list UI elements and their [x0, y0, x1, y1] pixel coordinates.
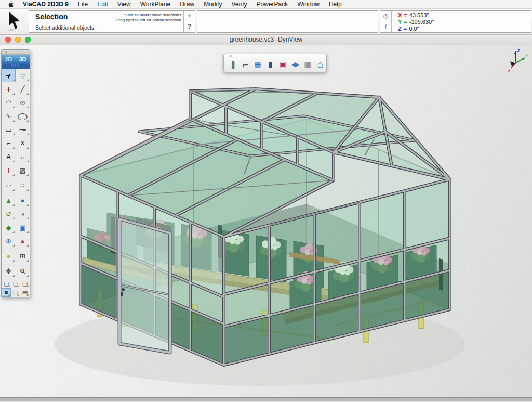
viewport-canvas[interactable]: 2D3D VIA ➤➤+╱◠⊙∿◯▭~⌐✕A↔I▨ ▱∷ ▲●↺◑◆▣⊕▲ ●⊞… — [0, 45, 532, 401]
trim-tool[interactable]: ✕ — [16, 136, 30, 150]
wall-corner-tool[interactable]: ⌐ — [240, 57, 251, 71]
message-panel — [197, 10, 378, 33]
dimension-tool[interactable]: ↔ — [16, 150, 30, 163]
display-hidden-line-mode[interactable]: ▢ — [11, 279, 20, 288]
coordinate-panel: ◎ i X=43.553" Y=-109.630" Z=0.0" — [380, 10, 531, 33]
tool-palette: 2D3D VIA ➤➤+╱◠⊙∿◯▭~⌐✕A↔I▨ ▱∷ ▲●↺◑◆▣⊕▲ ●⊞… — [1, 49, 30, 297]
wall-dimension-tool[interactable]: ▥ — [302, 57, 314, 71]
coordinate-readout: X=43.553" Y=-109.630" Z=0.0" — [392, 11, 434, 32]
window-tool[interactable]: ▦ — [252, 57, 264, 71]
wall-tool[interactable]: ❚ — [227, 57, 239, 71]
greenhouse-door[interactable] — [119, 219, 170, 353]
arc-tool[interactable]: ◠ — [2, 96, 16, 109]
toolbar-drag-handle[interactable] — [229, 55, 232, 57]
curve-tool[interactable]: ∿ — [2, 109, 16, 123]
palette-tools-draw: ➤➤+╱◠⊙∿◯▭~⌐✕A↔I▨ — [2, 69, 30, 177]
centerline-tool[interactable]: I — [2, 163, 16, 177]
axis-triad: z y x — [507, 47, 529, 73]
apple-menu-icon[interactable] — [7, 1, 14, 8]
menu-help[interactable]: Help — [324, 1, 347, 8]
menubar: ViaCAD 2D3D 9FileEditViewWorkPlaneDrawMo… — [0, 0, 532, 9]
circle-tool[interactable]: ⊙ — [16, 96, 30, 109]
palette-tools-3d: ▲●↺◑◆▣⊕▲ — [2, 193, 30, 248]
display-shaded-mode[interactable]: ■ — [2, 288, 11, 297]
menu-items: ViaCAD 2D3D 9FileEditViewWorkPlaneDrawMo… — [18, 1, 347, 8]
tool-hints: 'Shift' to add/remove selections Drag ri… — [98, 12, 181, 23]
wall-opening-tool[interactable]: ▣ — [277, 57, 289, 71]
coord-z: Z=0.0" — [398, 25, 434, 32]
menu-modify[interactable]: Modify — [199, 1, 227, 8]
boolean-add-tool[interactable]: ⊕ — [2, 234, 16, 248]
select-arrow-tool[interactable]: ➤ — [2, 69, 16, 82]
display-wire-shade-mode[interactable]: ▢ — [11, 288, 20, 297]
layout-grid-tool[interactable]: ⊞ — [16, 249, 30, 263]
coord-x: X=43.553" — [398, 12, 434, 19]
selection-cursor-icon — [7, 11, 24, 32]
text-tool[interactable]: A — [2, 150, 16, 163]
menu-draw[interactable]: Draw — [175, 1, 199, 8]
spline-tool[interactable]: ~ — [16, 123, 30, 136]
canvas-bottom-edge — [0, 397, 532, 401]
info-icon[interactable]: i — [385, 23, 387, 31]
fillet-tool[interactable]: ⌐ — [2, 136, 16, 150]
rectangle-tool[interactable]: ▭ — [2, 123, 16, 136]
palette-tools-navigation: ✥⚲ — [2, 264, 30, 278]
door-handle[interactable] — [122, 288, 125, 291]
palette-tools-primitives: ●⊞ — [2, 249, 30, 263]
tab-2d[interactable]: 2D — [2, 55, 16, 64]
menu-view[interactable]: View — [113, 1, 136, 8]
tool-title: Selection — [35, 12, 68, 21]
palette-tools-edit: ▱∷ — [2, 178, 30, 192]
palette-tabs: 2D3D — [2, 55, 30, 64]
tab-3d[interactable]: 3D — [16, 55, 30, 64]
solid-cube-tool[interactable]: ▣ — [16, 221, 30, 234]
menu-verify[interactable]: Verify — [227, 1, 252, 8]
document-titlebar: greenhouse.vc3--DynView — [0, 35, 532, 45]
selection-info-panel: Selection 'Shift' to add/remove selectio… — [29, 10, 195, 33]
menu-file[interactable]: File — [73, 1, 92, 8]
palette-titlebar[interactable] — [2, 50, 30, 55]
palette-close-nub[interactable] — [5, 51, 7, 54]
axis-x-label: x — [508, 68, 511, 73]
zoom-tool[interactable]: ⚲ — [16, 264, 30, 278]
document-title: greenhouse.vc3--DynView — [0, 36, 532, 43]
architecture-toolbar: ❚⌐▦▮▣◆▥⌂ — [223, 54, 327, 72]
menu-workplane[interactable]: WorkPlane — [136, 1, 175, 8]
sweep-tool[interactable]: ◆ — [2, 221, 16, 234]
palette-display-modes: ▢▢▢■▢▤ — [2, 279, 30, 297]
via-brand-band: VIA — [2, 64, 30, 69]
line-tool[interactable]: ╱ — [16, 82, 30, 96]
axis-z-label: z — [517, 48, 520, 53]
roof-slab-tool[interactable]: ◆ — [289, 57, 301, 71]
loft-tool[interactable]: ◑ — [16, 207, 30, 221]
roof-tool[interactable]: ⌂ — [314, 57, 326, 71]
door-tool[interactable]: ▮ — [264, 57, 276, 71]
tool-options-dropdown[interactable]: ▼ — [187, 13, 192, 18]
edit-points-tool[interactable]: ∷ — [16, 178, 30, 192]
push-pull-tool[interactable]: ▲ — [16, 234, 30, 248]
display-rendered-mode[interactable]: ▤ — [20, 288, 30, 297]
extrude-tool[interactable]: ▲ — [2, 193, 16, 207]
ellipse-tool[interactable]: ◯ — [16, 109, 30, 123]
sphere-tool[interactable]: ● — [16, 193, 30, 207]
greenhouse-model[interactable] — [0, 45, 532, 401]
transform-tool[interactable]: ▱ — [2, 178, 16, 192]
tool-status: Select additional objects — [35, 24, 94, 31]
revolve-tool[interactable]: ↺ — [2, 207, 16, 221]
point-tool[interactable]: + — [2, 82, 16, 96]
display-wireframe-mode[interactable]: ▢ — [2, 279, 11, 288]
menu-window[interactable]: Window — [292, 1, 324, 8]
axis-y-label: y — [525, 52, 528, 57]
pan-tool[interactable]: ✥ — [2, 264, 16, 278]
tool-info-bar: Selection 'Shift' to add/remove selectio… — [0, 9, 532, 35]
hatch-tool[interactable]: ▨ — [16, 163, 30, 177]
menu-edit[interactable]: Edit — [92, 1, 113, 8]
menu-powerpack[interactable]: PowerPack — [252, 1, 293, 8]
tracking-target-icon[interactable]: ◎ — [383, 12, 389, 19]
menu-viacad[interactable]: ViaCAD 2D3D 9 — [18, 1, 73, 8]
display-dashed-hidden-mode[interactable]: ▢ — [20, 279, 30, 288]
select-open-arrow-tool[interactable]: ➤ — [16, 69, 30, 82]
tool-help-button[interactable]: ? — [188, 23, 191, 30]
primitives-tool[interactable]: ● — [2, 249, 16, 263]
coord-y: Y=-109.630" — [398, 19, 434, 25]
